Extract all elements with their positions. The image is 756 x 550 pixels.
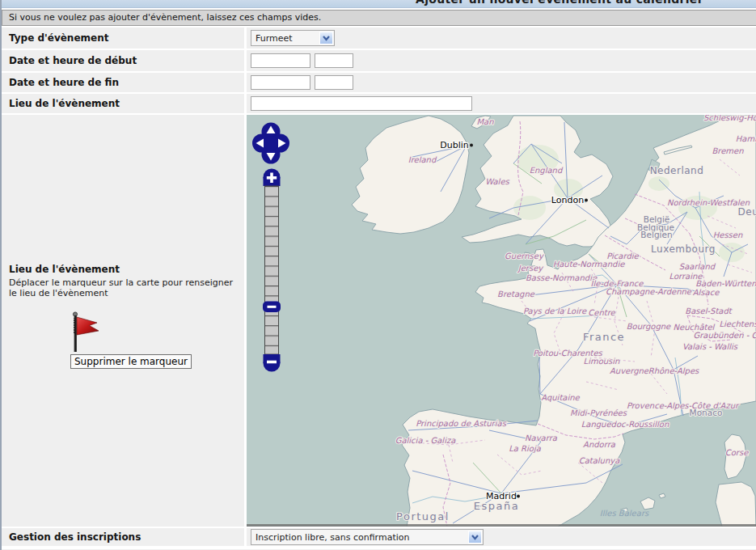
start-datetime-label: Date et heure de début	[2, 50, 244, 71]
map-label: Hessen	[713, 231, 743, 239]
map-label: Monaco	[690, 408, 723, 417]
map-label: Rhône-Alpes	[648, 366, 699, 376]
city-dot	[585, 199, 588, 202]
map-label: Portugal	[396, 510, 450, 522]
map-label: Limousin	[584, 357, 621, 366]
map-label: Catalunya	[579, 456, 621, 466]
map-label: Centre	[588, 308, 615, 317]
map-label: Basel-Stadt	[685, 307, 733, 315]
map-label: Illes Balears	[600, 509, 649, 518]
map-section-help: Déplacer le marqueur sur la carte pour r…	[9, 277, 242, 298]
location-input[interactable]	[251, 96, 472, 111]
zoom-slider-track[interactable]	[265, 186, 279, 354]
map-label: La Rioja	[509, 444, 542, 454]
start-date-input[interactable]	[251, 53, 310, 68]
map-label: Haute-Normandie	[553, 260, 626, 269]
city-dot	[470, 144, 473, 147]
map-label: Corse	[725, 448, 749, 457]
map-label: Jersey	[517, 264, 544, 273]
row-location: Lieu de l'évènement	[2, 94, 756, 113]
map-label: Valais - Wallis	[682, 342, 738, 351]
map-label: España	[474, 500, 519, 512]
registration-label: Gestion des inscriptions	[2, 528, 244, 546]
zoom-slider-handle[interactable]	[263, 302, 281, 313]
map-label: Schleswig-Holstein	[703, 115, 756, 123]
map[interactable]: ManDublinIrelandWalesEnglandLondonSchles…	[247, 115, 756, 527]
map-label: France	[583, 331, 625, 343]
zoom-in-button[interactable]	[264, 169, 281, 187]
row-registration: Gestion des inscriptions Inscription lib…	[2, 528, 756, 546]
map-label: Alsace	[693, 288, 720, 297]
row-end-datetime: Date et heure de fin	[2, 73, 756, 92]
map-label: Saarland	[679, 262, 716, 271]
map-label: Champagne-Ardenne	[606, 287, 692, 297]
map-label: Wales	[485, 177, 509, 186]
map-label: Midi-Pyrénées	[570, 408, 627, 418]
map-label: Principado de Asturias	[416, 419, 506, 429]
map-section-label: Lieu de l'évènement	[9, 264, 120, 275]
map-label: Guernsey	[505, 252, 544, 261]
row-map: Lieu de l'évènement Déplacer le marqueur…	[2, 115, 756, 527]
map-label: Graubünden - Grigioni	[693, 331, 756, 341]
end-date-input[interactable]	[251, 75, 310, 90]
map-label: Liechtenstein	[719, 319, 756, 328]
map-label: Basse-Normandie	[526, 273, 598, 282]
map-label: Man	[476, 117, 494, 126]
row-event-type: Type d'évènement Furmeet	[2, 28, 756, 49]
map-label: Nederland	[650, 165, 704, 176]
map-label: Deutschland	[738, 206, 756, 218]
map-label: Provence-Alpes-Côte d'Azur	[627, 401, 740, 411]
map-label: Hamburg	[736, 134, 756, 144]
registration-select[interactable]: Inscription libre, sans confirmation	[251, 529, 484, 545]
map-label: Belgien	[640, 230, 672, 239]
end-time-input[interactable]	[315, 75, 353, 90]
registration-value: Inscription libre, sans confirmation	[256, 532, 409, 543]
map-bottom-edge	[247, 524, 756, 527]
location-label: Lieu de l'évènement	[2, 94, 244, 113]
dropdown-arrow-icon[interactable]	[319, 32, 333, 44]
map-label: Ireland	[408, 155, 437, 164]
zoom-out-button[interactable]	[264, 354, 281, 372]
end-datetime-label: Date et heure de fin	[2, 73, 244, 92]
city-dot	[517, 495, 520, 498]
map-label: Luxembourg	[651, 243, 716, 255]
event-type-label: Type d'évènement	[2, 28, 244, 49]
map-label: Aquitaine	[541, 393, 580, 403]
map-label: Andorra	[583, 440, 616, 449]
row-start-datetime: Date et heure de début	[2, 50, 756, 71]
map-label: England	[530, 166, 564, 176]
marker-flag-icon[interactable]	[66, 311, 103, 353]
remove-marker-button[interactable]: Supprimer le marqueur	[70, 354, 192, 369]
event-type-select[interactable]: Furmeet	[251, 30, 335, 46]
map-label: London	[551, 195, 584, 205]
map-label: Dublin	[440, 140, 469, 150]
map-label: Auvergne	[610, 366, 649, 376]
map-label: Bremen	[712, 146, 744, 155]
map-label: Bourgogne	[627, 322, 671, 332]
map-label: Pays de la Loire	[523, 307, 587, 316]
map-label: Bretagne	[497, 290, 535, 299]
map-canvas: ManDublinIrelandWalesEnglandLondonSchles…	[247, 115, 756, 527]
dropdown-arrow-icon[interactable]	[468, 531, 482, 544]
event-form-page: Ajouter un nouvel évènement au calendrie…	[0, 0, 756, 550]
notice-bar: Si vous ne voulez pas ajouter d'évènemen…	[2, 10, 756, 26]
map-label: Galicia - Galiza	[395, 436, 456, 445]
event-type-value: Furmeet	[256, 33, 293, 44]
page-title-bar: Ajouter un nouvel évènement au calendrie…	[2, 0, 756, 8]
map-label: Navarra	[525, 434, 558, 442]
map-label: Languedoc-Roussillon	[581, 420, 669, 429]
page-title: Ajouter un nouvel évènement au calendrie…	[364, 0, 755, 6]
start-time-input[interactable]	[315, 53, 353, 68]
